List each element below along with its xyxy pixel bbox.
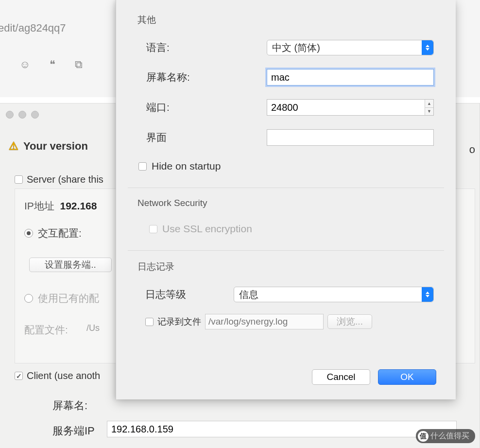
screen-name-label-dlg: 屏幕名称: [146, 70, 267, 84]
section-other: 其他 [137, 14, 456, 26]
log-file-input[interactable] [205, 314, 324, 329]
spinner-buttons[interactable]: ▲ ▼ [425, 100, 433, 115]
screen-name-input[interactable] [267, 69, 434, 86]
editor-toolbar: ☺ ❝ ⧉ [19, 58, 83, 71]
ssl-row: Use SSL encryption [149, 223, 456, 235]
ssl-label: Use SSL encryption [162, 223, 252, 235]
radio-existing[interactable] [24, 294, 33, 303]
warning-text: Your version [23, 140, 88, 153]
client-checkbox-row[interactable]: Client (use anoth [15, 370, 100, 381]
zoom-icon[interactable] [31, 111, 39, 119]
language-row: 语言: 中文 (简体) [146, 40, 456, 55]
quote-icon[interactable]: ❝ [50, 58, 55, 71]
interface-row: 界面 [146, 129, 456, 146]
ssl-checkbox [149, 225, 157, 233]
browse-button[interactable]: 浏览... [327, 314, 372, 329]
log-level-label: 日志等级 [145, 288, 234, 301]
screen-name-row: 屏幕名称: [146, 69, 456, 86]
hide-startup-checkbox[interactable] [138, 162, 147, 171]
hide-startup-label: Hide on startup [152, 160, 221, 172]
radio-interactive[interactable] [24, 229, 33, 238]
warning-icon: ⚠ [9, 140, 18, 153]
log-level-row: 日志等级 信息 [145, 287, 456, 302]
watermark-text: 什么值得买 [430, 431, 469, 441]
port-spinner[interactable]: ▲ ▼ [267, 99, 434, 116]
window-traffic-lights [6, 111, 39, 119]
radio-existing-label: 使用已有的配 [38, 292, 99, 305]
radio-interactive-config[interactable]: 交互配置: [24, 226, 82, 240]
client-checkbox-label: Client (use anoth [27, 370, 100, 381]
radio-interactive-label: 交互配置: [38, 226, 82, 240]
spinner-down-icon[interactable]: ▼ [425, 108, 433, 116]
cancel-button[interactable]: Cancel [312, 369, 370, 385]
section-log: 日志记录 [137, 260, 456, 273]
server-ip-label: 服务端IP [52, 424, 95, 438]
log-level-value: 信息 [239, 288, 258, 301]
interface-input[interactable] [267, 129, 434, 146]
ip-label: IP地址 [24, 200, 54, 211]
ip-value: 192.168 [60, 200, 97, 211]
watermark: 值 什么值得买 [416, 429, 475, 443]
server-checkbox-row[interactable]: Server (share this [15, 174, 103, 185]
version-warning: ⚠ Your version [9, 140, 88, 153]
divider [128, 188, 444, 188]
screen-name-label: 屏幕名: [52, 398, 87, 413]
preferences-dialog: 其他 语言: 中文 (简体) 屏幕名称: 端口: ▲ ▼ 界面 Hide on … [116, 0, 456, 399]
chevron-updown-icon [422, 40, 433, 55]
log-level-select[interactable]: 信息 [234, 287, 434, 302]
port-label: 端口: [146, 101, 267, 114]
client-checkbox[interactable] [15, 372, 23, 380]
chevron-updown-icon [422, 287, 433, 302]
language-label: 语言: [146, 41, 267, 54]
configure-server-button[interactable]: 设置服务端.. [29, 258, 112, 272]
url-fragment: /edit/ag824qq7 [0, 22, 66, 34]
interface-label: 界面 [146, 131, 267, 144]
port-input[interactable] [267, 99, 434, 116]
truncated-char: o [469, 143, 475, 156]
config-file-path: /Us [86, 323, 100, 333]
close-icon[interactable] [6, 111, 14, 119]
watermark-icon: 值 [418, 431, 429, 442]
smile-icon[interactable]: ☺ [19, 58, 30, 71]
log-file-row: 记录到文件 浏览... [145, 314, 456, 329]
divider-2 [128, 250, 444, 251]
section-network: Network Security [137, 198, 456, 208]
spinner-up-icon[interactable]: ▲ [425, 100, 433, 108]
server-ip-input[interactable] [107, 421, 457, 437]
dialog-buttons: Cancel OK [312, 369, 436, 385]
minimize-icon[interactable] [18, 111, 26, 119]
log-file-label: 记录到文件 [157, 316, 201, 327]
log-file-checkbox[interactable] [145, 318, 154, 326]
server-checkbox[interactable] [15, 175, 23, 184]
server-checkbox-label: Server (share this [27, 174, 103, 185]
link-icon[interactable]: ⧉ [75, 58, 83, 71]
config-file-label: 配置文件: [24, 323, 68, 337]
ip-address-line: IP地址 192.168 [24, 199, 97, 213]
language-value: 中文 (简体) [272, 41, 320, 54]
ok-button[interactable]: OK [378, 369, 436, 385]
hide-startup-row[interactable]: Hide on startup [138, 160, 456, 172]
language-select[interactable]: 中文 (简体) [267, 40, 434, 55]
radio-existing-config[interactable]: 使用已有的配 [24, 292, 99, 305]
port-row: 端口: ▲ ▼ [146, 99, 456, 116]
